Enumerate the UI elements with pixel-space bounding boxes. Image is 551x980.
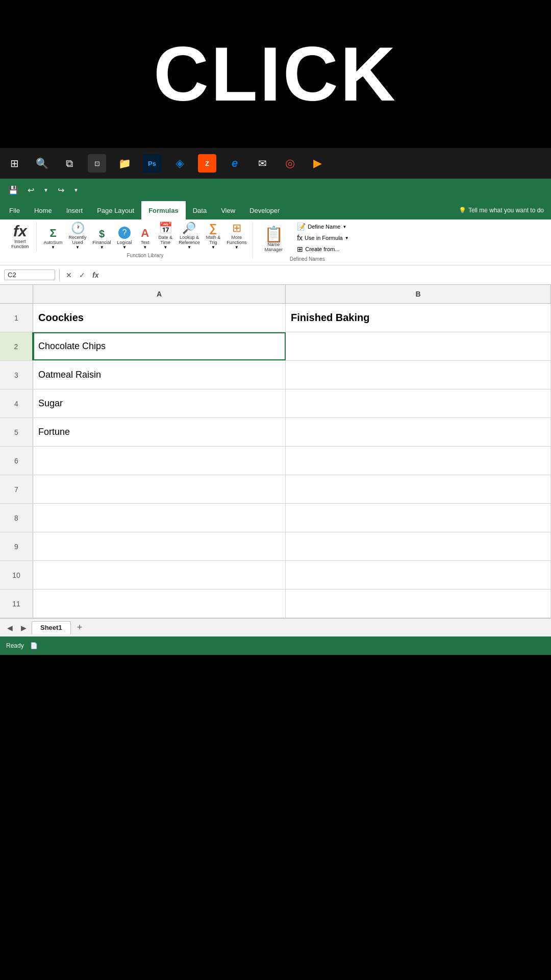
name-manager-icon: 📋 [264, 227, 283, 242]
math-trig-btn[interactable]: ∑ Math &Trig ▼ [204, 222, 223, 251]
table-row: 2 Chocolate Chips [0, 332, 551, 361]
col-header-b[interactable]: B [286, 285, 551, 303]
search-icon[interactable]: 🔍 [33, 154, 51, 173]
cell-a5[interactable]: Fortune [33, 418, 286, 446]
quick-access-toolbar: 💾 ↩ ▼ ↪ ▼ [0, 179, 551, 201]
spreadsheet: A B 1 Coockies Finished Baking 2 Chocola… [0, 285, 551, 618]
tab-developer[interactable]: Developer [242, 201, 287, 219]
row-num-11: 11 [0, 590, 33, 618]
edge-icon[interactable]: e [226, 154, 244, 173]
tab-page-layout[interactable]: Page Layout [90, 201, 141, 219]
cell-a11[interactable] [33, 590, 286, 618]
cell-b8[interactable] [286, 504, 551, 532]
date-time-btn[interactable]: 📅 Date &Time ▼ [156, 222, 174, 251]
task-view-icon[interactable]: ⧉ [60, 154, 79, 173]
taskbar-group-icon[interactable]: ⊡ [88, 154, 106, 173]
table-row: 7 [0, 475, 551, 504]
table-row: 11 [0, 590, 551, 618]
cell-a9[interactable] [33, 532, 286, 560]
name-box[interactable] [4, 270, 55, 280]
row-num-5: 5 [0, 418, 33, 446]
use-in-formula-btn[interactable]: fx Use in Formula ▼ [295, 233, 356, 243]
sheet-tabs-bar: ◀ ▶ Sheet1 + [0, 618, 551, 636]
tab-formulas[interactable]: Formulas [141, 201, 186, 219]
create-from-selection-btn[interactable]: ⊞ Create from... [295, 244, 356, 254]
tab-insert[interactable]: Insert [59, 201, 90, 219]
autosum-btn[interactable]: Σ AutoSum ▼ [42, 227, 65, 251]
zapier-icon[interactable]: Z [198, 154, 216, 173]
cell-b10[interactable] [286, 561, 551, 589]
logical-btn[interactable]: ? Logical ▼ [115, 226, 134, 251]
qa-customize-btn[interactable]: ▼ [70, 185, 82, 195]
formula-input[interactable] [105, 271, 547, 279]
define-name-btn[interactable]: 📝 Define Name ▼ [295, 222, 356, 232]
page-layout-icon[interactable]: 📄 [30, 642, 38, 649]
tell-me-box[interactable]: 💡 Tell me what you want to do [454, 201, 549, 219]
redo-qa-btn[interactable]: ↪ [55, 183, 67, 197]
tab-home[interactable]: Home [27, 201, 59, 219]
col-header-a[interactable]: A [33, 285, 286, 303]
tab-file[interactable]: File [2, 201, 27, 219]
cell-b1[interactable]: Finished Baking [286, 304, 551, 332]
cell-a4[interactable]: Sugar [33, 389, 286, 418]
taskbar: ⊞ 🔍 ⧉ ⊡ 📁 Ps ◈ Z e ✉ ◎ ▶ [0, 148, 551, 179]
file-explorer-icon[interactable]: 📁 [115, 154, 134, 173]
table-row: 5 Fortune [0, 418, 551, 447]
cell-a10[interactable] [33, 561, 286, 589]
vscode-icon[interactable]: ◈ [170, 154, 189, 173]
defined-names-icons: 📋 NameManager 📝 Define Name ▼ fx Use in … [258, 222, 356, 254]
cell-a6[interactable] [33, 447, 286, 475]
status-bar: Ready 📄 [0, 636, 551, 655]
cell-b11[interactable] [286, 590, 551, 618]
sheet-nav-next-btn[interactable]: ▶ [18, 623, 30, 633]
vlc-icon[interactable]: ▶ [308, 154, 327, 173]
cell-b5[interactable] [286, 418, 551, 446]
cell-a3[interactable]: Oatmeal Raisin [33, 361, 286, 389]
excel-window: 💾 ↩ ▼ ↪ ▼ File Home Insert Page Layout F… [0, 179, 551, 655]
text-btn[interactable]: A Text ▼ [136, 227, 154, 251]
confirm-formula-btn[interactable]: ✓ [77, 270, 87, 280]
table-row: 1 Coockies Finished Baking [0, 304, 551, 332]
table-row: 8 [0, 504, 551, 532]
add-sheet-btn[interactable]: + [73, 621, 87, 634]
mail-icon[interactable]: ✉ [253, 154, 271, 173]
cancel-formula-btn[interactable]: ✕ [64, 270, 74, 280]
menu-tabs-bar: File Home Insert Page Layout Formulas Da… [0, 201, 551, 219]
sheet-nav-prev-btn[interactable]: ◀ [4, 623, 16, 633]
cell-b2[interactable] [286, 332, 551, 360]
lookup-ref-btn[interactable]: 🔎 Lookup &Reference ▼ [177, 222, 202, 251]
insert-function-formula-btn[interactable]: fx [90, 270, 101, 280]
insert-function-group: fx InsertFunction [4, 222, 37, 252]
cell-b9[interactable] [286, 532, 551, 560]
more-functions-btn[interactable]: ⊞ MoreFunctions ▼ [224, 222, 248, 251]
undo-dropdown-btn[interactable]: ▼ [40, 185, 52, 195]
ribbon: fx InsertFunction Σ AutoSum ▼ 🕐 Recently… [0, 219, 551, 265]
cell-a8[interactable] [33, 504, 286, 532]
date-time-icon: 📅 [159, 223, 172, 234]
cell-a2[interactable]: Chocolate Chips [33, 332, 286, 360]
photoshop-icon[interactable]: Ps [143, 154, 161, 173]
sheet-tab-sheet1[interactable]: Sheet1 [32, 621, 71, 634]
function-library-group: Σ AutoSum ▼ 🕐 RecentlyUsed ▼ $ Financial… [38, 222, 254, 258]
chrome-icon[interactable]: ◎ [281, 154, 299, 173]
formula-bar-buttons: ✕ ✓ fx [64, 270, 101, 280]
use-in-formula-icon: fx [297, 234, 303, 242]
cell-b4[interactable] [286, 389, 551, 418]
tab-view[interactable]: View [214, 201, 242, 219]
financial-btn[interactable]: $ Financial ▼ [91, 228, 113, 251]
cell-a7[interactable] [33, 475, 286, 503]
windows-icon[interactable]: ⊞ [5, 154, 23, 173]
cell-a1[interactable]: Coockies [33, 304, 286, 332]
name-manager-btn[interactable]: 📋 NameManager [258, 225, 289, 254]
column-headers: A B [0, 285, 551, 304]
save-qa-btn[interactable]: 💾 [5, 183, 21, 197]
click-label: CLICK [154, 30, 397, 118]
tab-data[interactable]: Data [186, 201, 214, 219]
recently-used-btn[interactable]: 🕐 RecentlyUsed ▼ [67, 222, 89, 251]
insert-function-btn[interactable]: fx InsertFunction [8, 222, 32, 251]
cell-b7[interactable] [286, 475, 551, 503]
undo-qa-btn[interactable]: ↩ [24, 183, 37, 197]
row-num-1: 1 [0, 304, 33, 332]
cell-b6[interactable] [286, 447, 551, 475]
cell-b3[interactable] [286, 361, 551, 389]
